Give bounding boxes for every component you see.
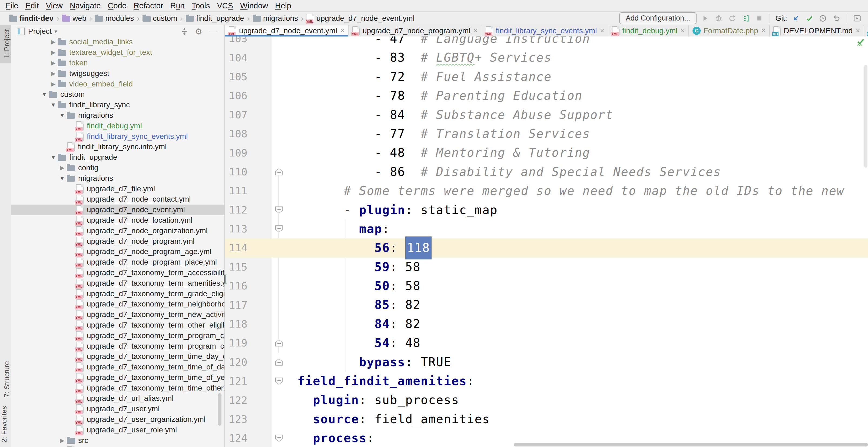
- fold-marker-icon[interactable]: [275, 206, 283, 214]
- tree-row[interactable]: YMLupgrade_d7_node_program_age.yml: [11, 247, 224, 257]
- editor-tab[interactable]: YMLfindit_library_sync_events.yml×: [482, 25, 609, 36]
- tree-collapsed-icon[interactable]: ▶: [58, 165, 67, 171]
- tree-collapsed-icon[interactable]: ▶: [49, 39, 58, 45]
- history-icon[interactable]: [818, 13, 828, 23]
- editor-tab[interactable]: YMLupgrade_d7_node_event.yml×: [225, 25, 348, 36]
- fold-marker-icon[interactable]: [275, 359, 283, 366]
- tree-row[interactable]: YMLupgrade_d7_taxonomy_term_grade_eligib…: [11, 288, 224, 299]
- breadcrumb-item[interactable]: modules: [95, 14, 134, 23]
- menu-item-run[interactable]: Run: [167, 0, 188, 11]
- run-anything-icon[interactable]: [852, 13, 862, 23]
- close-icon[interactable]: ×: [340, 27, 344, 35]
- tree-row[interactable]: YMLupgrade_d7_node_contact.yml: [11, 194, 224, 204]
- breadcrumb-item[interactable]: findit_upgrade: [186, 14, 244, 23]
- editor-tab[interactable]: MDDEVELOPMENT.md×: [770, 25, 864, 36]
- tree-row[interactable]: YMLupgrade_d7_taxonomy_term_neighborhood: [11, 299, 224, 310]
- tree-row[interactable]: YMLupgrade_d7_taxonomy_term_time_of_year…: [11, 373, 224, 383]
- menu-item-navigate[interactable]: Navigate: [66, 0, 104, 11]
- breadcrumb-item[interactable]: findit-dev: [9, 14, 54, 23]
- close-icon[interactable]: ×: [600, 27, 604, 35]
- tree-expanded-icon[interactable]: ▼: [58, 112, 67, 119]
- vcs-commit-icon[interactable]: [804, 13, 814, 23]
- tree-row[interactable]: YMLupgrade_d7_taxonomy_term_time_other.y…: [11, 383, 224, 393]
- vcs-update-icon[interactable]: [791, 13, 801, 23]
- project-tree-scrollbar[interactable]: [218, 393, 221, 426]
- tree-row[interactable]: ▼migrations: [11, 173, 224, 184]
- editor-tab[interactable]: MD:: [864, 25, 868, 36]
- tree-row[interactable]: YMLupgrade_d7_node_organization.yml: [11, 225, 224, 236]
- menu-item-code[interactable]: Code: [104, 0, 130, 11]
- tree-expanded-icon[interactable]: ▼: [49, 102, 58, 108]
- close-icon[interactable]: ×: [856, 27, 860, 35]
- fold-marker-icon[interactable]: [275, 225, 283, 232]
- tree-row[interactable]: YMLupgrade_d7_node_program_place.yml: [11, 257, 224, 267]
- tree-row[interactable]: YMLupgrade_d7_node_location.yml: [11, 215, 224, 226]
- tree-row[interactable]: YMLupgrade_d7_taxonomy_term_other_eligib…: [11, 320, 224, 330]
- inspections-ok-icon[interactable]: [855, 38, 866, 47]
- tool-window-button-structure[interactable]: 7: Structure: [0, 357, 11, 402]
- tree-row[interactable]: YMLupgrade_d7_taxonomy_term_new_activiti…: [11, 310, 224, 320]
- editor-tab[interactable]: YMLfindit_debug.yml×: [608, 25, 689, 36]
- stop-icon[interactable]: [754, 13, 764, 23]
- tree-row[interactable]: ▶textarea_widget_for_text: [11, 47, 224, 58]
- project-panel-title[interactable]: Project: [28, 27, 52, 36]
- attach-debugger-icon[interactable]: [741, 13, 751, 23]
- fold-marker-icon[interactable]: [275, 435, 283, 442]
- tree-expanded-icon[interactable]: ▼: [40, 91, 49, 98]
- hide-panel-icon[interactable]: —: [209, 27, 217, 36]
- breadcrumb-item[interactable]: migrations: [253, 14, 298, 23]
- menu-item-window[interactable]: Window: [237, 0, 272, 11]
- tree-row[interactable]: YML: [11, 446, 224, 447]
- tree-row[interactable]: ▼findit_upgrade: [11, 152, 224, 163]
- tree-row[interactable]: ▼findit_library_sync: [11, 100, 224, 110]
- close-icon[interactable]: ×: [473, 27, 477, 35]
- tree-row[interactable]: ▼custom: [11, 89, 224, 100]
- tree-row[interactable]: YMLupgrade_d7_taxonomy_term_time_day_of_: [11, 351, 224, 362]
- menu-item-edit[interactable]: Edit: [22, 0, 42, 11]
- editor-tab[interactable]: CFormatDate.php×: [689, 25, 770, 36]
- fold-marker-icon[interactable]: [275, 378, 283, 385]
- collapse-all-icon[interactable]: [180, 27, 188, 35]
- tree-row[interactable]: ▶video_embed_field: [11, 78, 224, 89]
- run-icon[interactable]: [700, 13, 710, 23]
- fold-marker-icon[interactable]: [275, 340, 283, 347]
- tree-row[interactable]: YMLupgrade_d7_taxonomy_term_program_cate: [11, 330, 224, 341]
- menu-item-refactor[interactable]: Refactor: [130, 0, 167, 11]
- tree-collapsed-icon[interactable]: ▶: [49, 81, 58, 87]
- fold-marker-icon[interactable]: [275, 168, 283, 175]
- editor-vertical-scrollbar[interactable]: [864, 65, 867, 167]
- tree-collapsed-icon[interactable]: ▶: [58, 437, 67, 444]
- tree-expanded-icon[interactable]: ▼: [49, 154, 58, 161]
- tree-row[interactable]: YMLupgrade_d7_node_program.yml: [11, 236, 224, 247]
- editor-tab[interactable]: YMLupgrade_d7_node_program.yml×: [348, 25, 482, 36]
- menu-item-view[interactable]: View: [42, 0, 66, 11]
- tree-row[interactable]: YMLfindit_library_sync_events.yml: [11, 131, 224, 141]
- close-icon[interactable]: ×: [762, 27, 766, 35]
- tree-row[interactable]: YMLupgrade_d7_user_organization.yml: [11, 414, 224, 425]
- tree-row[interactable]: YMLupgrade_d7_node_event.yml: [11, 204, 224, 215]
- menu-item-tools[interactable]: Tools: [188, 0, 214, 11]
- gear-icon[interactable]: ⚙: [195, 27, 202, 36]
- tree-collapsed-icon[interactable]: ▶: [49, 49, 58, 56]
- rollback-icon[interactable]: [832, 13, 841, 23]
- editor-horizontal-scrollbar[interactable]: [514, 443, 868, 446]
- tree-row[interactable]: YMLfindit_library_sync.info.yml: [11, 141, 224, 152]
- tree-row[interactable]: YMLupgrade_d7_taxonomy_term_time_of_day.…: [11, 362, 224, 373]
- editor[interactable]: 103 - 47 # Language Instruction104 - 83 …: [225, 36, 868, 447]
- tree-row[interactable]: YMLupgrade_d7_user.yml: [11, 404, 224, 414]
- tool-window-button-favorites[interactable]: 2: Favorites: [0, 402, 11, 447]
- tree-row[interactable]: YMLupgrade_d7_taxonomy_term_program_cate: [11, 341, 224, 351]
- tree-row[interactable]: YMLupgrade_d7_taxonomy_term_accessibilit…: [11, 267, 224, 278]
- debug-icon[interactable]: [714, 13, 723, 23]
- breadcrumb-item[interactable]: web: [62, 14, 86, 23]
- tree-collapsed-icon[interactable]: ▶: [49, 60, 58, 66]
- coverage-icon[interactable]: [727, 13, 737, 23]
- menu-item-help[interactable]: Help: [272, 0, 295, 11]
- tree-row[interactable]: ▶src: [11, 435, 224, 446]
- breadcrumb-item[interactable]: custom: [143, 14, 177, 23]
- menu-item-file[interactable]: File: [2, 0, 22, 11]
- tree-row[interactable]: YMLupgrade_d7_user_role.yml: [11, 424, 224, 435]
- tree-row[interactable]: YMLupgrade_d7_file.yml: [11, 184, 224, 194]
- tree-expanded-icon[interactable]: ▼: [58, 175, 67, 182]
- tree-row[interactable]: ▶twigsuggest: [11, 68, 224, 78]
